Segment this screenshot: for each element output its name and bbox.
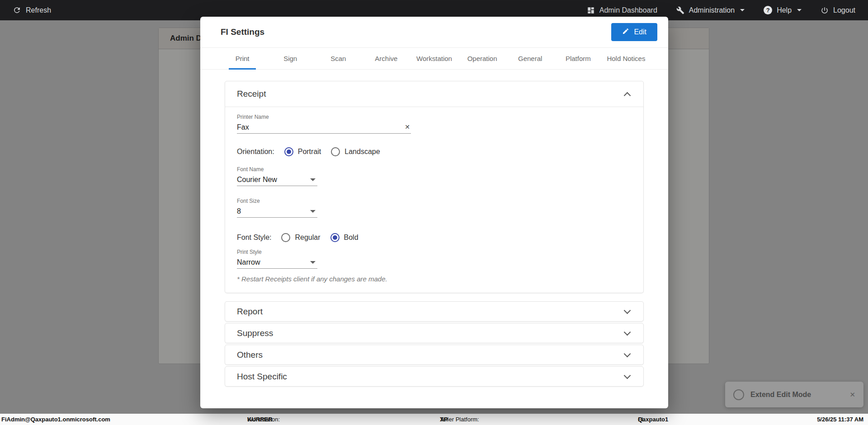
receipt-section: Receipt Printer Name Fax ✕ Orientation: … (225, 81, 644, 293)
font-style-option-regular[interactable]: Regular (281, 233, 320, 242)
others-section-title: Others (237, 350, 263, 360)
chevron-down-icon (740, 9, 745, 11)
radio-selected-icon (284, 147, 293, 156)
report-section-title: Report (237, 307, 263, 317)
tab-sign[interactable]: Sign (266, 48, 314, 69)
power-icon (821, 6, 829, 14)
print-style-value: Narrow (237, 258, 260, 266)
chevron-down-icon (624, 372, 631, 379)
receipt-section-title: Receipt (237, 89, 266, 99)
refresh-icon (13, 6, 21, 14)
refresh-button[interactable]: Refresh (13, 6, 51, 14)
font-size-label: Font Size (237, 198, 632, 204)
font-name-select[interactable]: Courier New (237, 175, 317, 186)
printer-name-value: Fax (237, 123, 249, 131)
printer-name-label: Printer Name (237, 114, 632, 120)
fi-settings-modal: FI Settings Edit Print Sign Scan Archive… (200, 17, 668, 408)
help-menu[interactable]: ? Help (764, 6, 802, 14)
dropdown-arrow-icon (310, 210, 316, 213)
clear-icon[interactable]: ✕ (405, 123, 410, 131)
font-style-label: Font Style: (237, 234, 271, 242)
tab-print[interactable]: Print (218, 48, 266, 69)
radio-selected-icon (330, 233, 340, 242)
others-section-header[interactable]: Others (225, 345, 644, 365)
font-size-value: 8 (237, 207, 241, 215)
modal-content: Receipt Printer Name Fax ✕ Orientation: … (200, 70, 668, 387)
suppress-section-title: Suppress (237, 328, 273, 338)
dropdown-arrow-icon (310, 178, 316, 181)
fi-value: Qaxpauto1 (638, 414, 668, 425)
pencil-icon (622, 28, 629, 37)
logout-label: Logout (833, 6, 855, 14)
orientation-option-portrait[interactable]: Portrait (284, 147, 321, 156)
refresh-label: Refresh (26, 6, 51, 14)
admin-dashboard-button[interactable]: Admin Dashboard (587, 6, 657, 14)
administration-menu[interactable]: Administration (676, 6, 745, 14)
font-style-regular-label: Regular (295, 234, 320, 242)
font-style-option-bold[interactable]: Bold (330, 233, 359, 242)
font-name-label: Font Name (237, 166, 632, 173)
modal-title: FI Settings (221, 27, 264, 37)
host-specific-section-header[interactable]: Host Specific (225, 366, 644, 387)
administration-label: Administration (689, 6, 735, 14)
receipt-section-body: Printer Name Fax ✕ Orientation: Portrait (225, 107, 643, 293)
print-style-select[interactable]: Narrow (237, 258, 317, 269)
tab-hold-notices[interactable]: Hold Notices (602, 48, 650, 69)
chevron-down-icon (624, 307, 631, 314)
chevron-down-icon (624, 328, 631, 336)
chevron-down-icon (624, 350, 631, 357)
screen: Refresh Admin Dashboard Administration ?… (0, 0, 868, 425)
chevron-down-icon (797, 9, 802, 11)
dropdown-arrow-icon (310, 261, 316, 264)
tab-platform[interactable]: Platform (554, 48, 602, 69)
suppress-section-header[interactable]: Suppress (225, 323, 644, 343)
help-label: Help (777, 6, 792, 14)
orientation-radio-group: Orientation: Portrait Landscape (237, 147, 632, 156)
teller-platform-value: XP (440, 414, 448, 425)
tab-operation[interactable]: Operation (458, 48, 506, 69)
radio-unselected-icon (281, 233, 290, 242)
print-style-label: Print Style (237, 249, 632, 255)
wrench-icon (676, 6, 684, 14)
font-size-select[interactable]: 8 (237, 207, 317, 218)
tab-workstation[interactable]: Workstation (410, 48, 458, 69)
orientation-option-landscape[interactable]: Landscape (331, 147, 380, 156)
chevron-up-icon (624, 92, 631, 99)
help-icon: ? (764, 6, 772, 14)
tab-archive[interactable]: Archive (362, 48, 410, 69)
dashboard-icon (587, 6, 595, 14)
tab-general[interactable]: General (506, 48, 554, 69)
printer-name-input[interactable]: Fax ✕ (237, 123, 411, 134)
font-style-radio-group: Font Style: Regular Bold (237, 233, 632, 242)
statusbar: FiAdmin@Qaxpauto1.onmicrosoft.com Workst… (0, 414, 868, 425)
orientation-landscape-label: Landscape (344, 148, 380, 156)
font-name-value: Courier New (237, 176, 277, 183)
tab-scan[interactable]: Scan (314, 48, 362, 69)
receipt-note: * Restart Receipts client if any changes… (237, 275, 632, 283)
modal-header: FI Settings Edit (200, 17, 668, 47)
edit-button-label: Edit (634, 28, 646, 36)
receipt-section-header[interactable]: Receipt (225, 81, 643, 107)
orientation-portrait-label: Portrait (298, 148, 321, 156)
statusbar-user: FiAdmin@Qaxpauto1.onmicrosoft.com (1, 414, 110, 425)
admin-dashboard-label: Admin Dashboard (599, 6, 657, 14)
topbar-left: Refresh (13, 6, 51, 14)
edit-button[interactable]: Edit (611, 23, 657, 41)
tab-bar: Print Sign Scan Archive Workstation Oper… (200, 47, 668, 70)
statusbar-datetime: 5/26/25 11:37 AM (817, 414, 863, 425)
topbar-right: Admin Dashboard Administration ? Help Lo… (587, 6, 855, 14)
host-specific-section-title: Host Specific (237, 372, 287, 382)
font-style-bold-label: Bold (344, 234, 359, 242)
radio-unselected-icon (331, 147, 340, 156)
report-section-header[interactable]: Report (225, 301, 644, 322)
logout-button[interactable]: Logout (821, 6, 855, 14)
workstation-value: KURRER (247, 414, 273, 425)
orientation-label: Orientation: (237, 148, 274, 156)
